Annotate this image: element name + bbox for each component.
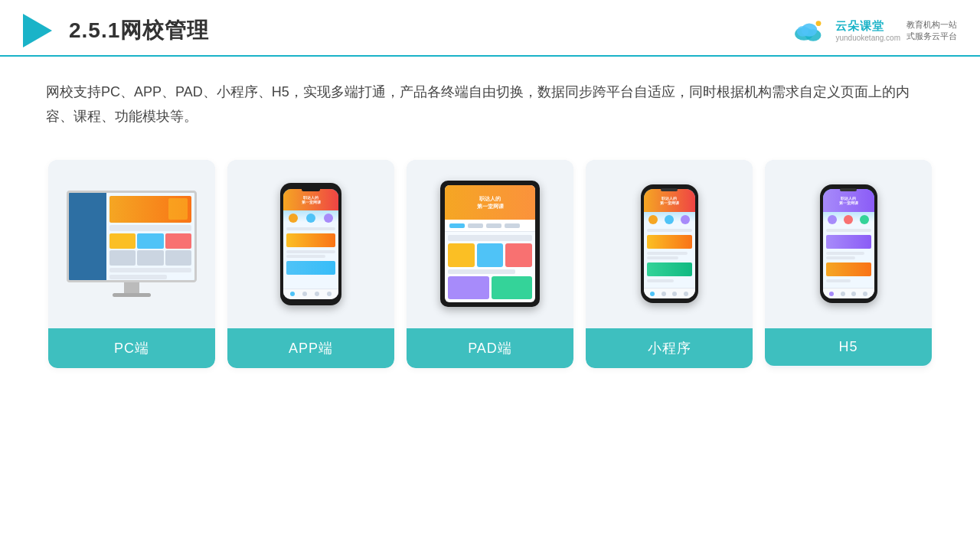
card-h5: 职达人的第一堂网课 (765, 160, 932, 368)
h5-nav-dot-1 (829, 292, 834, 296)
tablet-banner: 职达人的第一堂网课 (445, 185, 535, 220)
logo-slogan: 教育机构一站式服务云平台 (906, 19, 957, 43)
card-pc-image (48, 160, 215, 328)
card-h5-label: H5 (765, 328, 932, 366)
card-pc: PC端 (48, 160, 215, 368)
tablet-banner-text: 职达人的第一堂网课 (477, 195, 504, 210)
miniapp-nav-dot-1 (650, 292, 655, 296)
tablet-cell-3 (505, 243, 532, 267)
card-pad: 职达人的第一堂网课 (407, 160, 573, 368)
card-miniapp: 职达人的第一堂网课 (586, 160, 753, 368)
h5-header-bar: 职达人的第一堂网课 (823, 189, 874, 212)
card-app-image: 职达人的第一堂网课 (227, 160, 394, 328)
monitor-content (106, 193, 194, 282)
h5-dot-2 (844, 215, 853, 224)
tablet-row-2 (448, 269, 515, 274)
nav-dot-2 (302, 292, 307, 296)
miniapp-dot-2 (665, 215, 674, 224)
h5-line-1 (826, 229, 871, 232)
tablet-body (445, 232, 535, 302)
monitor-cell (137, 233, 163, 249)
h5-phone-notch (840, 188, 857, 191)
nav-dot-4 (327, 292, 332, 296)
h5-screen-content: 职达人的第一堂网课 (823, 189, 874, 298)
phone-screen: 职达人的第一堂网课 (283, 189, 338, 299)
tablet-nav-1 (449, 223, 465, 228)
tablet-nav-3 (486, 223, 501, 228)
device-cards-container: PC端 职达人的第一堂网课 (0, 145, 980, 383)
h5-footer-nav (823, 288, 874, 298)
miniapp-line-1 (647, 229, 692, 232)
h5-nav-dot-4 (863, 292, 867, 296)
card-pc-label: PC端 (48, 328, 215, 368)
logo-domain: yunduoketang.com (835, 34, 900, 42)
card-pad-image: 职达人的第一堂网课 (407, 160, 573, 328)
monitor-cell (109, 233, 136, 249)
h5-nav-dot-2 (841, 292, 845, 296)
h5-line-3 (826, 256, 855, 259)
phone-line-3 (286, 255, 325, 258)
phone-line-2 (286, 250, 335, 253)
monitor-base (113, 293, 151, 297)
miniapp-footer-nav (644, 288, 695, 298)
phone-footer-nav (283, 289, 338, 299)
card-app: 职达人的第一堂网课 (227, 160, 394, 368)
miniapp-nav-dot-2 (662, 292, 666, 296)
h5-dot-1 (828, 215, 837, 224)
card-pad-label: PAD端 (407, 328, 573, 368)
tablet-nav-2 (468, 223, 483, 228)
phone-header-text: 职达人的第一堂网课 (302, 195, 321, 204)
miniapp-header-bar: 职达人的第一堂网课 (644, 189, 695, 212)
tablet-content: 职达人的第一堂网课 (445, 185, 535, 302)
tablet-cell-1 (448, 243, 475, 267)
monitor-row (109, 225, 191, 231)
h5-header-text: 职达人的第一堂网课 (839, 196, 858, 205)
card-miniapp-image: 职达人的第一堂网课 (586, 160, 753, 328)
monitor-cell (109, 250, 136, 266)
miniapp-nav-dot-3 (672, 292, 677, 296)
play-icon (23, 14, 52, 47)
logo-text: 云朵课堂 yunduoketang.com (835, 19, 900, 42)
monitor-cell (165, 250, 191, 266)
tablet-row-1 (448, 235, 532, 241)
tablet-grid-row-2 (448, 276, 532, 300)
phone-notch (302, 187, 320, 191)
phone-dot-3 (324, 214, 333, 223)
monitor-grid (109, 233, 191, 266)
monitor-row-2 (109, 268, 191, 272)
miniapp-card-2 (647, 262, 692, 276)
tablet-screen: 职达人的第一堂网课 (445, 185, 535, 302)
tablet-nav-4 (505, 223, 520, 228)
tablet-nav (445, 220, 535, 232)
phone-line-1 (286, 227, 335, 230)
miniapp-screen-content: 职达人的第一堂网课 (644, 189, 695, 298)
phone-dot-2 (306, 214, 315, 223)
nav-dot-3 (315, 292, 319, 296)
monitor-cell (165, 233, 191, 249)
card-miniapp-label: 小程序 (586, 328, 753, 368)
phone-icon-row (283, 210, 338, 226)
header-left: 2.5.1网校管理 (23, 14, 209, 47)
miniapp-line-2 (647, 252, 688, 255)
phone-card-2 (286, 261, 335, 275)
h5-content-block (823, 227, 874, 288)
app-phone-graphic: 职达人的第一堂网课 (280, 183, 341, 305)
pad-tablet-graphic: 职达人的第一堂网课 (440, 181, 540, 307)
cloud-logo-icon (789, 17, 829, 44)
miniapp-icon-row (644, 212, 695, 227)
phone-frame: 职达人的第一堂网课 (280, 183, 341, 305)
monitor-cell (137, 250, 163, 266)
miniapp-nav-dot-4 (684, 292, 688, 296)
page-title: 2.5.1网校管理 (69, 16, 209, 45)
monitor-banner (109, 196, 191, 223)
phone-dot-1 (289, 214, 298, 223)
svg-point-3 (797, 26, 808, 37)
monitor-screen-inner (69, 193, 194, 280)
monitor-sidebar (69, 193, 106, 282)
miniapp-line-3 (647, 256, 678, 259)
miniapp-card-1 (647, 235, 692, 249)
tablet-cell-2 (477, 243, 504, 267)
h5-line-2 (826, 252, 864, 255)
h5-line-4 (826, 279, 851, 282)
h5-icon-row (823, 212, 874, 227)
